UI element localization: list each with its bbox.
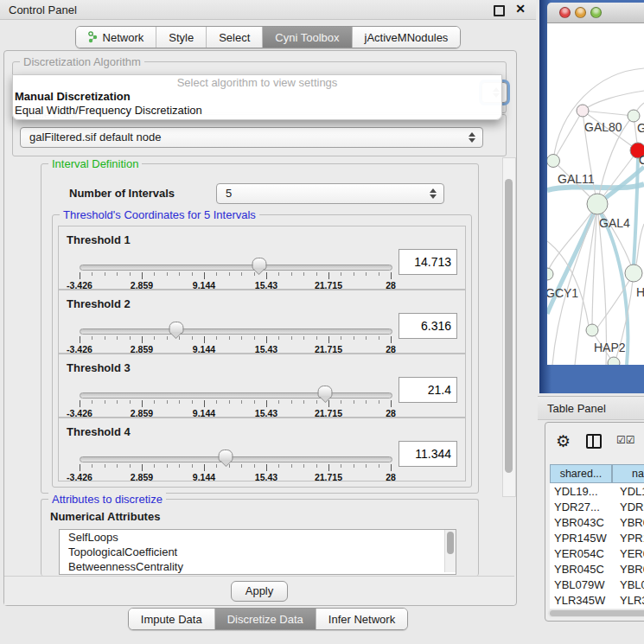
cell-shared-name[interactable]: YBR045C [550, 563, 615, 576]
threshold-slider[interactable]: -3.4262.8599.14415.4321.71528 [80, 389, 391, 415]
edge[interactable] [583, 111, 634, 116]
table-row[interactable]: YBL079WYBL0 [550, 577, 644, 592]
table-row[interactable]: YDL19...YDL1 [550, 483, 644, 499]
list-item[interactable]: SelfLoops [60, 530, 456, 545]
cell-name[interactable]: YBR0 [615, 563, 644, 576]
cell-name[interactable]: YPR1 [615, 532, 644, 545]
tab-select[interactable]: Select [207, 27, 263, 48]
dropdown-option[interactable]: Equal Width/Frequency Discretization [13, 104, 501, 118]
cell-name[interactable]: YLR3 [615, 594, 644, 607]
tab-style[interactable]: Style [156, 27, 207, 48]
slider-track[interactable] [80, 328, 392, 335]
table-row[interactable]: YBR045CYBR0 [550, 561, 644, 577]
tick-label: 2.859 [131, 472, 153, 482]
tick-label: 28 [386, 472, 396, 482]
table-row[interactable]: YIL052CYIL0 [550, 608, 644, 609]
threshold-value-field[interactable] [399, 313, 457, 339]
zoom-traffic-light[interactable] [590, 7, 602, 18]
column-header[interactable]: na [612, 464, 644, 483]
node-hap2[interactable] [586, 324, 598, 336]
node-label-gal4: GAL4 [599, 216, 630, 230]
slider-thumb[interactable] [252, 258, 266, 270]
tab-network[interactable]: Network [76, 27, 157, 48]
slider-track[interactable] [80, 265, 392, 271]
table-panel-titlebar: Table Panel [538, 396, 644, 420]
threshold-slider[interactable]: -3.4262.8599.14415.4321.71528 [80, 325, 391, 351]
dropdown-placeholder-item[interactable]: Select algorithm to view settings [13, 75, 501, 90]
slider-track[interactable] [80, 456, 392, 462]
apply-button[interactable]: Apply [231, 581, 288, 602]
scrollbar-thumb[interactable] [550, 610, 644, 616]
scrollbar-thumb[interactable] [447, 532, 454, 554]
cell-shared-name[interactable]: YBR043C [550, 516, 615, 529]
tab-cyni-toolbox[interactable]: Cyni Toolbox [263, 27, 352, 48]
slider-thumb[interactable] [169, 322, 183, 334]
threshold-value-field[interactable] [399, 249, 457, 275]
node-gal4[interactable] [587, 194, 608, 214]
network-window-titlebar[interactable] [547, 3, 644, 23]
threshold-value-field[interactable] [399, 377, 457, 403]
column-header[interactable]: shared... [550, 464, 612, 483]
table-data-combobox[interactable]: galFiltered.sif default node [20, 127, 483, 148]
float-window-icon[interactable] [494, 5, 505, 16]
cell-shared-name[interactable]: YER054C [550, 547, 615, 560]
network-canvas[interactable]: GAL80GACGAL11GAL4GCY1HHAP2 [547, 23, 644, 365]
network-icon [88, 31, 99, 43]
slider-track[interactable] [80, 392, 392, 399]
dropdown-options: Manual DiscretizationEqual Width/Frequen… [13, 90, 501, 118]
tab-discretize-data[interactable]: Discretize Data [215, 609, 316, 629]
table-row[interactable]: YDR27...YDR2 [550, 499, 644, 514]
minimize-traffic-light[interactable] [575, 7, 586, 18]
table-row[interactable]: YPR145WYPR1 [550, 530, 644, 545]
edge[interactable] [583, 91, 644, 111]
tick-label: 21.715 [315, 472, 342, 482]
cell-name[interactable]: YDR2 [615, 501, 644, 513]
network-graph: GAL80GACGAL11GAL4GCY1HHAP2 [547, 23, 644, 365]
tab-infer-network[interactable]: Infer Network [316, 609, 407, 629]
edge[interactable] [553, 111, 583, 161]
split-columns-icon[interactable] [586, 434, 602, 449]
node-bottom-partial[interactable] [608, 357, 620, 365]
tab-impute-data[interactable]: Impute Data [129, 609, 215, 629]
node-top-right[interactable] [628, 110, 640, 122]
threshold-value-field[interactable] [399, 441, 457, 467]
table-row[interactable]: YER054CYER0 [550, 545, 644, 561]
list-scrollbar[interactable] [444, 530, 456, 572]
vertical-scrollbar[interactable] [502, 157, 516, 497]
cell-shared-name[interactable]: YDL19... [550, 485, 615, 498]
edge[interactable] [547, 241, 589, 326]
algorithm-dropdown-popup: Select algorithm to view settings Manual… [12, 74, 502, 120]
tab-label: Select [219, 31, 250, 44]
slider-thumb[interactable] [219, 450, 233, 462]
list-item[interactable]: BetweennessCentrality [60, 559, 456, 574]
number-of-intervals-combobox[interactable]: 5 [216, 183, 444, 204]
close-icon[interactable]: ✕ [515, 2, 526, 16]
cell-shared-name[interactable]: YPR145W [550, 532, 615, 545]
tab-jactivemnodules[interactable]: jActiveMNodules [353, 27, 461, 48]
node-gal11[interactable] [547, 155, 560, 168]
slider-thumb[interactable] [318, 386, 333, 398]
threshold-slider[interactable]: -3.4262.8599.14415.4321.71528 [80, 453, 391, 479]
node-pink[interactable] [577, 105, 589, 117]
cell-name[interactable]: YBL0 [615, 578, 644, 591]
cell-shared-name[interactable]: YDR27... [550, 501, 615, 513]
checkbox-pair-icon[interactable]: ☑☑ [616, 434, 635, 446]
cell-name[interactable]: YER0 [615, 547, 644, 560]
cell-name[interactable]: YDL1 [615, 485, 644, 498]
table-row[interactable]: YLR345WYLR3 [550, 592, 644, 608]
scrollbar-thumb[interactable] [505, 179, 513, 473]
cell-name[interactable]: YBR0 [615, 516, 644, 529]
horizontal-scrollbar[interactable] [548, 609, 644, 617]
numerical-attributes-list[interactable]: SelfLoopsTopologicalCoefficientBetweenne… [59, 529, 456, 575]
gear-icon[interactable]: ⚙ [556, 431, 571, 450]
list-item[interactable]: TopologicalCoefficient [60, 545, 456, 559]
threshold-slider[interactable]: -3.4262.8599.14415.4321.71528 [80, 261, 391, 287]
node-right-mid[interactable] [625, 265, 642, 282]
dropdown-option[interactable]: Manual Discretization [13, 90, 501, 104]
node-gcy1[interactable] [547, 268, 553, 280]
algorithm-group-title: Discretization Algorithm [20, 55, 144, 68]
table-row[interactable]: YBR043CYBR0 [550, 514, 644, 530]
cell-shared-name[interactable]: YLR345W [550, 594, 615, 607]
close-traffic-light[interactable] [559, 7, 571, 18]
cell-shared-name[interactable]: YBL079W [550, 578, 615, 591]
